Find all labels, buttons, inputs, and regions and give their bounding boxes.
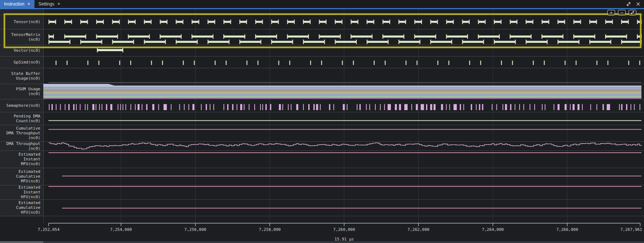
row-label-cumulative-dma-throughput: Cumulative DMA Throughput (nc0): [0, 126, 40, 140]
tab-instruction[interactable]: Instruction ✕: [0, 0, 34, 8]
row-label-estimated-cumulative-mfu: Estimated Cumulative MFU(nc0): [0, 169, 40, 184]
row-label-gpsimd: GpSimd(nc0): [0, 60, 40, 65]
time-tick-label: 7,252,054: [38, 227, 60, 232]
tab-settings-label: Settings: [39, 1, 54, 7]
row-label-state-buffer-usage: State Buffer Usage(nc0): [0, 71, 40, 81]
time-tick-label: 7,258,000: [259, 227, 281, 232]
row-label-dma-throughput: DMA Throughput (nc0): [0, 141, 40, 151]
time-tick-label: 7,260,000: [333, 227, 355, 232]
row-label-tensor: Tensor(nc0): [0, 19, 40, 24]
row-label-pending-dma-count: Pending DMA Count(nc0): [0, 114, 40, 123]
row-label-estimated-instant-mfu: Estimated Instant MFU(nc0): [0, 152, 40, 166]
titlebar-actions: [626, 0, 644, 8]
horizontal-scrollbar[interactable]: [0, 241, 644, 243]
timeline-chart: Tensor(nc0)TensorMatrix (nc0)Vector(nc0)…: [0, 9, 644, 243]
expand-arrows-icon: [630, 11, 634, 15]
time-tick-label: 7,266,000: [556, 227, 578, 232]
tab-instruction-close-icon[interactable]: ✕: [27, 2, 30, 6]
timeline-plot[interactable]: [0, 9, 644, 243]
row-label-psum-usage: PSUM Usage (nc0): [0, 87, 40, 96]
row-label-tensor-matrix: TensorMatrix (nc0): [0, 32, 40, 42]
time-tick-label: 7,256,000: [185, 227, 207, 232]
row-label-estimated-instant-hfu: Estimated Instant HFU(nc0): [0, 185, 40, 199]
time-tick-label: 7,264,000: [482, 227, 504, 232]
profiler-window: Instruction ✕ Settings ✕ Tensor(nc0)Tens…: [0, 0, 644, 243]
time-tick-label: 7,254,000: [110, 227, 132, 232]
zoom-in-button[interactable]: +: [607, 10, 615, 15]
close-window-icon[interactable]: [636, 1, 641, 7]
zoom-reset-button[interactable]: [629, 10, 636, 15]
tab-instruction-label: Instruction: [4, 1, 24, 7]
tab-bar: Instruction ✕ Settings ✕: [0, 0, 644, 8]
row-label-vector: Vector(nc0): [0, 48, 40, 53]
zoom-controls: + −: [607, 10, 636, 15]
zoom-out-button[interactable]: −: [618, 10, 626, 15]
tab-settings[interactable]: Settings ✕: [34, 0, 65, 8]
tab-settings-close-icon[interactable]: ✕: [57, 2, 60, 6]
row-label-estimated-cumulative-hfu: Estimated Cumulative HFU(nc0): [0, 200, 40, 215]
expand-icon[interactable]: [626, 1, 631, 7]
time-tick-label: 7,262,000: [408, 227, 430, 232]
time-tick-label: 7,267,961: [620, 227, 642, 232]
scrollbar-thumb[interactable]: [0, 241, 43, 243]
row-label-semaphore: Semaphore(nc0): [0, 103, 40, 108]
